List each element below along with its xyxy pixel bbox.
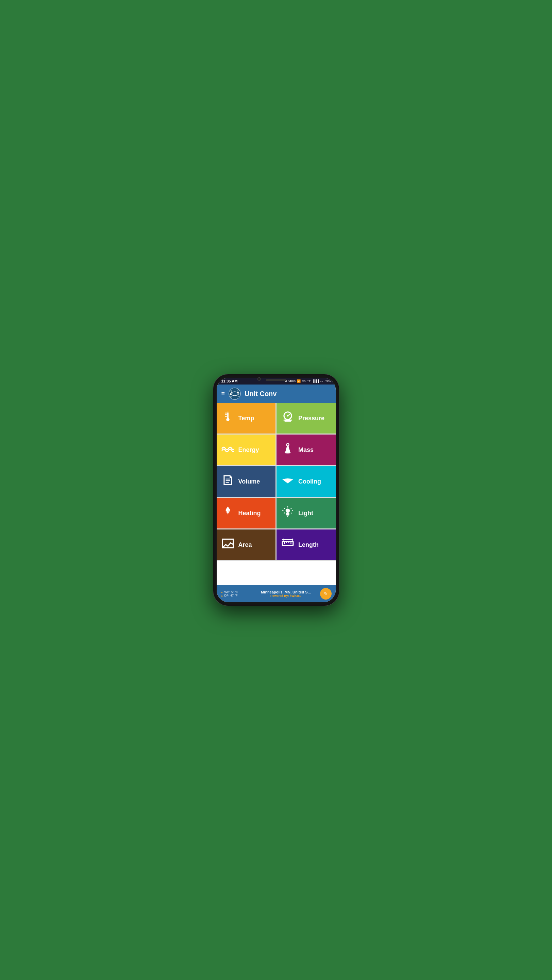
battery-level: 39% [324, 379, 331, 383]
tile-heating[interactable]: Heating [217, 498, 276, 528]
svg-point-8 [227, 418, 229, 421]
status-icons: 0.04K/s 📶 VoLTE ▐▐▐ ▭ 39% [285, 379, 331, 383]
menu-button[interactable]: ≡ [221, 390, 225, 398]
tile-volume[interactable]: Volume [217, 466, 276, 497]
svg-line-31 [291, 512, 292, 513]
tile-energy-label: Energy [238, 447, 259, 453]
svg-line-15 [288, 414, 290, 416]
energy-icon [221, 442, 234, 458]
wb-temperature: ▲ WB: 50 °F [221, 590, 252, 594]
powered-by: Powered By: kWh360 [255, 594, 317, 598]
svg-point-19 [285, 452, 291, 453]
svg-point-23 [286, 508, 290, 513]
tile-light-label: Light [298, 510, 313, 517]
status-time: 11:35 AM [221, 379, 238, 383]
tile-area-label: Area [238, 541, 252, 549]
empty-space [217, 561, 336, 585]
tile-temp-label: Temp [238, 415, 254, 422]
top-navigation: ≡ °C °F kg lb km ft [217, 385, 336, 403]
tile-cooling-label: Cooling [298, 478, 321, 485]
tile-length[interactable]: Length [276, 530, 336, 560]
network-speed: 0.04K/s [285, 379, 295, 383]
triangle-icon: ▲ [221, 591, 224, 594]
tile-light[interactable]: Light [276, 498, 336, 528]
tile-volume-label: Volume [238, 478, 260, 485]
svg-line-29 [291, 508, 292, 508]
dp-temperature: ▲ DP: 47 °F [221, 594, 252, 597]
triangle-icon-2: ▲ [221, 594, 224, 597]
volume-icon [221, 474, 234, 490]
light-icon [281, 505, 294, 521]
signal-bars: ▐▐▐ [312, 379, 319, 383]
svg-text:kg: kg [230, 396, 232, 398]
tile-cooling[interactable]: Cooling [276, 466, 336, 497]
edit-button[interactable]: ✎ [320, 588, 332, 600]
tile-mass[interactable]: Mass [276, 434, 336, 465]
thermometer-icon [221, 410, 234, 426]
svg-point-18 [287, 444, 289, 445]
tile-pressure[interactable]: Pressure [276, 403, 336, 434]
city-name: Minneapolis, MN, United S... [255, 590, 317, 594]
svg-rect-33 [282, 541, 293, 546]
tile-length-label: Length [298, 541, 319, 549]
svg-text:lb: lb [237, 390, 239, 392]
phone-device: 11:35 AM 0.04K/s 📶 VoLTE ▐▐▐ ▭ 39% ≡ °C … [213, 374, 339, 606]
length-icon [281, 537, 294, 553]
svg-text:°F: °F [237, 395, 240, 398]
phone-screen: 11:35 AM 0.04K/s 📶 VoLTE ▐▐▐ ▭ 39% ≡ °C … [217, 378, 336, 602]
area-icon [221, 537, 234, 553]
tile-mass-label: Mass [298, 447, 314, 453]
heating-icon [221, 505, 234, 521]
weather-widget: ▲ WB: 50 °F ▲ DP: 47 °F [221, 590, 252, 597]
tile-heating-label: Heating [238, 510, 261, 517]
svg-line-30 [284, 512, 285, 513]
tile-pressure-label: Pressure [298, 415, 324, 422]
battery-icon: ▭ [320, 379, 323, 383]
category-grid: Temp Pressure [217, 403, 336, 585]
wifi-icon: 📶 [297, 379, 301, 383]
pressure-icon [281, 410, 294, 426]
signal-label: VoLTE [302, 379, 311, 383]
tile-energy[interactable]: Energy [217, 434, 276, 465]
svg-rect-9 [227, 413, 228, 418]
bottom-bar: ▲ WB: 50 °F ▲ DP: 47 °F Minneapolis, MN,… [217, 585, 336, 602]
svg-line-28 [284, 508, 285, 508]
location-widget: Minneapolis, MN, United S... Powered By:… [255, 590, 317, 598]
tile-area[interactable]: Area [217, 530, 276, 560]
tile-temp[interactable]: Temp [217, 403, 276, 434]
status-bar: 11:35 AM 0.04K/s 📶 VoLTE ▐▐▐ ▭ 39% [217, 378, 336, 385]
app-title: Unit Conv [244, 390, 276, 398]
mass-icon [281, 442, 294, 458]
edit-icon: ✎ [324, 591, 328, 597]
app-logo: °C °F kg lb km ft [228, 387, 241, 400]
svg-text:°C: °C [230, 390, 232, 392]
cooling-icon [281, 474, 294, 490]
